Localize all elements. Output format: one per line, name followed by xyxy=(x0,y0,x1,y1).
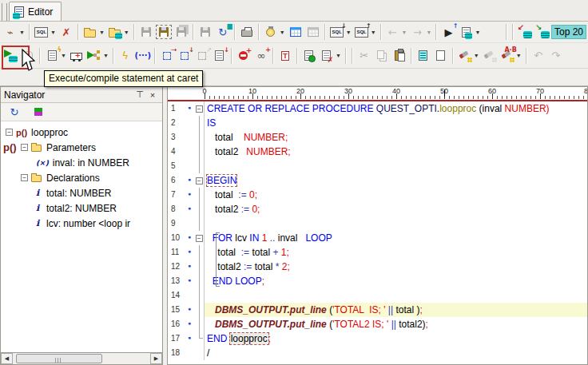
code-line-14[interactable]: 14 xyxy=(168,288,587,303)
code-line-9[interactable]: 9 xyxy=(168,216,587,231)
code-line-8[interactable]: 8● total2 := 0; xyxy=(168,202,587,216)
compile-check-button[interactable] xyxy=(300,46,318,65)
navigator-hscrollbar[interactable]: ◀ ▶ xyxy=(1,352,162,364)
code-lines: 1●−CREATE OR REPLACE PROCEDURE QUEST_OPT… xyxy=(168,101,587,360)
scrollbar-track[interactable] xyxy=(13,353,150,364)
document-database-button[interactable]: ▼ xyxy=(457,22,482,42)
tree-expander-icon[interactable]: − xyxy=(21,174,28,181)
code-line-6[interactable]: 6●−BEGIN xyxy=(168,173,587,188)
chevron-down-icon[interactable]: ▼ xyxy=(475,30,480,35)
format-code-button[interactable] xyxy=(415,46,432,65)
code-line-17[interactable]: 17●END loopproc; xyxy=(168,331,587,346)
print-button[interactable] xyxy=(238,22,256,42)
run-to-cursor-button[interactable]: ↓ xyxy=(211,46,228,65)
find-button[interactable]: ▼ xyxy=(456,46,481,65)
scrollbar-thumb[interactable] xyxy=(16,354,102,363)
step-into-button[interactable]: ↓ xyxy=(176,46,193,65)
chevron-down-icon[interactable]: ▼ xyxy=(371,30,376,35)
syntax-error-button[interactable]: ▼ xyxy=(318,46,343,65)
execute-as-script-button[interactable]: ϟ▼ xyxy=(43,46,68,65)
chevron-down-icon[interactable]: ▼ xyxy=(516,53,522,58)
code-analysis-button[interactable]: ▼ xyxy=(262,22,287,42)
step-over-button[interactable]: ⇢ xyxy=(158,46,176,65)
execute-with-profiler-button[interactable]: ▼ xyxy=(85,46,110,65)
tree-expander-icon[interactable]: − xyxy=(6,129,13,136)
fold-collapse-icon[interactable]: − xyxy=(196,105,203,113)
navigator-titlebar: Navigator ⊤ × xyxy=(1,87,162,103)
chevron-down-icon[interactable]: ▼ xyxy=(280,30,285,35)
code-line-4[interactable]: 4 total2 NUMBER; xyxy=(168,145,587,159)
chevron-down-icon[interactable]: ▼ xyxy=(346,30,352,35)
close-icon[interactable]: × xyxy=(146,90,159,100)
tree-expander-icon[interactable]: − xyxy=(21,144,28,151)
save-as-button[interactable] xyxy=(155,22,173,42)
code-text: total NUMBER; xyxy=(205,130,587,145)
jump-to-top-button[interactable]: ▶↑ xyxy=(439,22,457,42)
chevron-down-icon[interactable]: ▼ xyxy=(474,53,479,58)
code-line-10[interactable]: 10●− FOR lcv IN 1 .. inval LOOP xyxy=(168,231,587,245)
code-to-sql-button[interactable]: SQL↑▼ xyxy=(353,22,378,42)
chevron-down-icon[interactable]: ▼ xyxy=(427,30,432,35)
code-line-13[interactable]: 13● END LOOP; xyxy=(168,274,587,288)
tree-item-declarations[interactable]: −Declarations xyxy=(1,170,162,185)
tree-item-lcv[interactable]: ilcv: number <loop ir xyxy=(1,216,162,231)
reload-from-database-button[interactable]: ↻▆ xyxy=(214,22,232,42)
chevron-down-icon[interactable]: ▼ xyxy=(99,30,105,35)
chevron-down-icon[interactable]: ▼ xyxy=(336,53,341,58)
tree-item-inval[interactable]: (×)inval: in NUMBER xyxy=(1,155,162,170)
sort-button[interactable] xyxy=(30,104,47,120)
add-watch-button[interactable]: ∞+ xyxy=(252,46,270,65)
tree-item-total[interactable]: itotal: NUMBER xyxy=(1,185,162,200)
tooltip: Execute/compile statement at caret xyxy=(44,70,203,87)
fold-collapse-icon[interactable]: − xyxy=(196,235,203,242)
ruler-label: 80 xyxy=(584,87,588,95)
replace-button[interactable]: A·B▼ xyxy=(499,46,523,65)
tree-item-parameters[interactable]: −Parameters xyxy=(1,140,162,155)
ruler-label: 60 xyxy=(488,87,496,95)
close-window-button[interactable]: ✗ xyxy=(58,22,75,42)
code-line-5[interactable]: 5 xyxy=(168,159,587,173)
scroll-left-icon[interactable]: ◀ xyxy=(1,353,13,364)
refresh-button[interactable]: ↻ xyxy=(6,104,23,120)
paste-button[interactable] xyxy=(391,46,408,65)
new-file-button[interactable] xyxy=(432,46,450,65)
code-line-3[interactable]: 3 total NUMBER; xyxy=(168,130,587,145)
format-code-icon xyxy=(416,50,431,62)
chevron-down-icon[interactable]: ▼ xyxy=(402,30,407,35)
code-line-18[interactable]: 18/ xyxy=(168,346,587,360)
code-line-11[interactable]: 11● total := total + 1; xyxy=(168,245,587,260)
top-rows-select[interactable]: Top 20 xyxy=(551,25,586,39)
trace-button[interactable]: T xyxy=(276,46,294,65)
chevron-down-icon[interactable]: ▼ xyxy=(61,53,66,58)
sql-to-code-button[interactable]: SQL↓▼ xyxy=(328,22,353,42)
chevron-down-icon[interactable]: ▼ xyxy=(19,30,25,35)
scroll-right-icon[interactable]: ▶ xyxy=(150,353,162,364)
load-from-database-button[interactable]: ▼ xyxy=(106,22,131,42)
code-line-16[interactable]: 16● DBMS_OUTPUT.put_line ('TOTAL2 IS; ' … xyxy=(168,317,587,331)
reload-from-database-icon: ↻▆ xyxy=(216,26,230,38)
code-line-15[interactable]: 15● DBMS_OUTPUT.put_line ('TOTAL IS; ' |… xyxy=(168,303,587,317)
result-grid-button[interactable] xyxy=(287,22,304,42)
set-parameters-button[interactable]: (···) xyxy=(134,46,152,65)
chevron-down-icon[interactable]: ▼ xyxy=(124,30,129,35)
code-line-7[interactable]: 7● total := 0; xyxy=(168,188,587,202)
tree-item-total2[interactable]: itotal2: NUMBER xyxy=(1,200,162,216)
new-sql-window-button[interactable]: SQL▼ xyxy=(33,22,58,42)
toggle-debug-button[interactable] xyxy=(68,46,85,65)
tree-item-loopproc[interactable]: −p()loopproc xyxy=(1,125,162,140)
code-line-2[interactable]: 2IS xyxy=(168,116,587,130)
tab-editor[interactable]: Editor xyxy=(9,2,62,21)
fold-collapse-icon[interactable]: − xyxy=(196,177,203,184)
code-editor[interactable]: 01020304050607080 1●−CREATE OR REPLACE P… xyxy=(167,86,588,365)
code-line-12[interactable]: 12● total2 := total * 2; xyxy=(168,260,587,274)
compare-source-red-button[interactable] xyxy=(516,22,534,42)
chevron-down-icon[interactable]: ▼ xyxy=(50,30,56,35)
connect-button[interactable]: ⌁▼ xyxy=(2,22,26,42)
pin-icon[interactable]: ⊤ xyxy=(133,89,146,100)
compare-source-green-button[interactable] xyxy=(534,22,551,42)
chevron-down-icon[interactable]: ▼ xyxy=(103,53,109,58)
compile-button[interactable]: ϟ xyxy=(117,46,134,65)
open-file-button[interactable]: ▼ xyxy=(81,22,106,42)
add-breakpoint-button[interactable] xyxy=(235,46,252,65)
code-line-1[interactable]: 1●−CREATE OR REPLACE PROCEDURE QUEST_OPT… xyxy=(168,101,587,116)
